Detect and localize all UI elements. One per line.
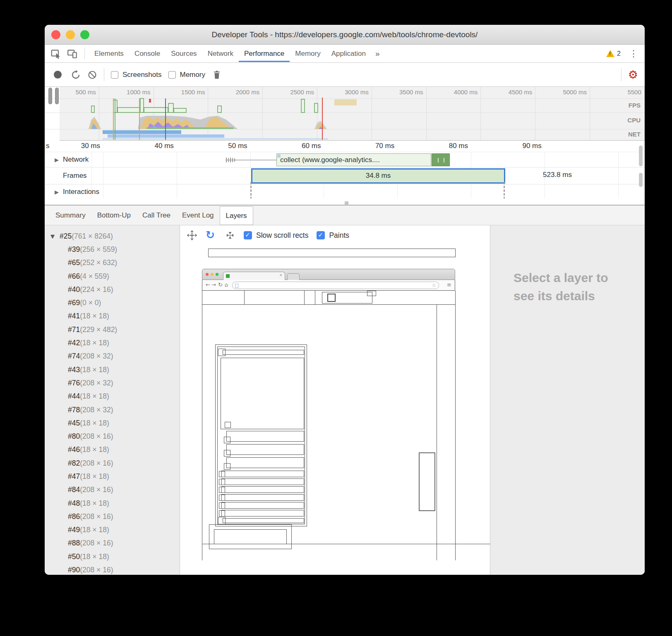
layer-size: (208 × 32) <box>80 352 113 361</box>
layer-size: (208 × 32) <box>80 406 113 414</box>
memory-checkbox[interactable] <box>168 71 176 79</box>
slow-scroll-rects-checkbox[interactable] <box>244 231 252 239</box>
expand-interactions-icon[interactable]: ▶ <box>55 189 59 195</box>
layer-tree-item[interactable]: ▼ #80 (208 × 16) <box>45 430 180 443</box>
panel-tab[interactable]: Performance <box>239 45 290 62</box>
layer-id: #46 <box>68 445 80 454</box>
layer-tree-item[interactable]: ▼ #66 (4 × 559) <box>45 270 180 283</box>
layer-tree-item[interactable]: ▼ #50 (18 × 18) <box>45 550 180 563</box>
splitter-grip[interactable] <box>345 201 348 205</box>
interactions-lane-label: Interactions <box>63 188 99 196</box>
garbage-collect-icon[interactable] <box>212 70 222 80</box>
layer-3d-view[interactable]: ↻ Slow scroll rects Paints × <box>180 225 490 575</box>
layer-tree-item[interactable]: ▼ #41 (18 × 18) <box>45 310 180 323</box>
layer-id: #25 <box>60 232 72 241</box>
layer-id: #47 <box>68 472 80 481</box>
layer-id: #44 <box>68 392 80 401</box>
panel-tab[interactable]: Memory <box>290 45 326 62</box>
panel-tab[interactable]: Elements <box>89 45 129 62</box>
layer-tree-item[interactable]: ▼ #71 (229 × 482) <box>45 323 180 336</box>
layer-tree-item[interactable]: ▼ #47 (18 × 18) <box>45 470 180 483</box>
detail-ruler-tick: 50 ms <box>177 141 251 152</box>
warning-count: 2 <box>617 50 621 57</box>
pan-mode-icon[interactable] <box>187 230 197 241</box>
minimize-window-button[interactable] <box>66 30 75 39</box>
selected-frame-bar[interactable]: 34.8 ms <box>251 168 505 184</box>
timeline-overview[interactable]: 500 ms1000 ms1500 ms2000 ms2500 ms3000 m… <box>45 87 645 141</box>
scrollbar-thumb[interactable] <box>639 173 643 187</box>
layer-tree-item[interactable]: ▼ #65 (252 × 632) <box>45 256 180 270</box>
layer-tree-item[interactable]: ▼ #82 (208 × 16) <box>45 457 180 470</box>
console-warnings-badge[interactable]: 2 <box>606 50 621 57</box>
collapse-icon[interactable]: ▼ <box>50 233 60 239</box>
layer-wireframe-canvas[interactable]: × ←→ ↻⌂ ☆ ≡ <box>180 245 490 575</box>
layer-tree-item[interactable]: ▼ #49 (18 × 18) <box>45 524 180 537</box>
layer-size: (208 × 32) <box>80 379 113 387</box>
overview-right-handle[interactable] <box>55 88 59 104</box>
panel-tab[interactable]: Console <box>129 45 166 62</box>
pane-splitter[interactable] <box>45 198 645 206</box>
scrollbar-thumb[interactable] <box>639 146 643 166</box>
paints-checkbox[interactable] <box>317 231 325 239</box>
screenshots-checkbox[interactable] <box>111 71 118 79</box>
capture-settings-gear-icon[interactable]: ⚙ <box>628 69 638 80</box>
detail-tab[interactable]: Event Log <box>176 206 220 225</box>
panel-tab[interactable]: Sources <box>166 45 202 62</box>
detail-ruler-tick: 90 ms <box>471 141 545 152</box>
layer-tree-item[interactable]: ▼ #90 (208 × 16) <box>45 563 180 575</box>
layer-tree-item[interactable]: ▼ #76 (208 × 32) <box>45 376 180 390</box>
layer-tree-item[interactable]: ▼ #25 (761 × 8264) <box>45 230 180 243</box>
overview-ruler-tick: 500 ms <box>45 87 99 98</box>
detail-tab[interactable]: Call Tree <box>137 206 176 225</box>
detail-tab[interactable]: Bottom-Up <box>91 206 137 225</box>
layer-id: #42 <box>68 339 80 347</box>
reset-view-icon[interactable] <box>225 230 235 241</box>
browser-navbar-mock: ←→ ↻⌂ ☆ ≡ <box>202 280 455 291</box>
layers-panel: ▼ #25 (761 × 8264) ▼ #39 (256 × 559) ▼ #… <box>45 225 645 575</box>
frame-duration: 34.8 ms <box>366 172 391 179</box>
record-button[interactable] <box>54 71 62 79</box>
layer-tree-item[interactable]: ▼ #45 (18 × 18) <box>45 416 180 430</box>
layer-tree-item[interactable]: ▼ #44 (18 × 18) <box>45 390 180 403</box>
overview-ruler-tick: 4000 ms <box>427 87 481 98</box>
layer-size: (208 × 16) <box>80 432 113 441</box>
toggle-device-toolbar-icon[interactable] <box>67 48 78 59</box>
paints-label: Paints <box>329 231 349 240</box>
network-request-download-segment[interactable] <box>432 153 450 166</box>
layer-tree-item[interactable]: ▼ #48 (18 × 18) <box>45 497 180 510</box>
reload-and-profile-icon[interactable] <box>71 70 81 80</box>
layer-tree-item[interactable]: ▼ #78 (208 × 32) <box>45 403 180 416</box>
layer-tree-item[interactable]: ▼ #39 (256 × 559) <box>45 243 180 256</box>
layer-id: #49 <box>68 526 80 534</box>
zoom-window-button[interactable] <box>80 30 89 39</box>
layer-tree-item[interactable]: ▼ #84 (208 × 16) <box>45 483 180 497</box>
window-title: Developer Tools - https://developers.goo… <box>45 25 645 44</box>
layer-tree-item[interactable]: ▼ #69 (0 × 0) <box>45 296 180 309</box>
inspect-element-icon[interactable] <box>50 48 61 59</box>
layer-tree-item[interactable]: ▼ #46 (18 × 18) <box>45 443 180 457</box>
detail-tab[interactable]: Layers <box>220 206 253 225</box>
layer-tree-item[interactable]: ▼ #74 (208 × 32) <box>45 350 180 363</box>
layer-tree-item[interactable]: ▼ #43 (18 × 18) <box>45 363 180 376</box>
rotate-mode-icon[interactable]: ↻ <box>206 230 216 241</box>
layer-size: (4 × 559) <box>80 272 109 281</box>
layer-tree-item[interactable]: ▼ #42 (18 × 18) <box>45 336 180 349</box>
panel-tab[interactable]: Network <box>202 45 239 62</box>
layer-tree-item[interactable]: ▼ #88 (208 × 16) <box>45 537 180 550</box>
clear-recording-icon[interactable] <box>87 70 97 80</box>
detail-tab[interactable]: Summary <box>50 206 91 225</box>
network-request-bar[interactable]: collect (www.google-analytics.... <box>276 153 431 166</box>
divider <box>621 69 622 81</box>
close-window-button[interactable] <box>51 30 60 39</box>
overview-left-handle[interactable] <box>48 88 52 104</box>
layer-id: #43 <box>68 366 80 374</box>
layer-tree-item[interactable]: ▼ #40 (224 × 16) <box>45 283 180 296</box>
panel-tab[interactable]: Application <box>326 45 371 62</box>
title-bar: Developer Tools - https://developers.goo… <box>45 25 645 45</box>
network-request-label: collect (www.google-analytics.... <box>277 156 380 164</box>
more-options-icon[interactable]: ⋮ <box>629 50 638 58</box>
layer-id: #65 <box>68 258 80 267</box>
layer-tree-item[interactable]: ▼ #86 (208 × 16) <box>45 510 180 523</box>
expand-network-icon[interactable]: ▶ <box>55 157 59 163</box>
panel-tab[interactable]: » <box>371 45 384 62</box>
